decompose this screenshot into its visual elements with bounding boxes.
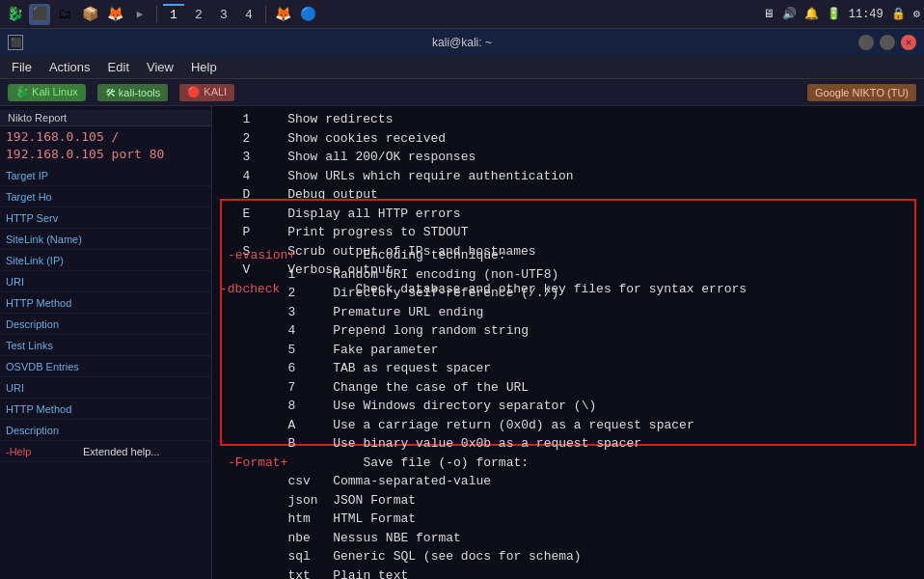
taskbar-right: 🖥 🔊 🔔 🔋 11:49 🔒 ⚙ xyxy=(763,7,920,21)
taskbar: 🐉 ⬛ 🗂 📦 🦊 ▶ 1 2 3 4 🦊 🔵 🖥 🔊 🔔 🔋 11:49 🔒 … xyxy=(0,0,924,29)
menubar: File Actions Edit View Help xyxy=(0,56,924,79)
report-pill[interactable]: Google NIKTO (TU) xyxy=(807,84,916,101)
tool-pill[interactable]: 🛠 kali-tools xyxy=(97,84,168,101)
label-osvdb: OSVDB Entries xyxy=(6,361,83,372)
panel-row-target-ho: Target Ho xyxy=(0,186,211,207)
window-icon: ⬛ xyxy=(8,35,23,50)
firefox2-taskbar-icon[interactable]: 🦊 xyxy=(272,4,293,25)
label-test-links: Test Links xyxy=(6,340,83,351)
terminal-main[interactable]: 1 Show redirects 2 Show cookies received… xyxy=(212,106,924,579)
panel-row-desc2: Description xyxy=(0,420,211,441)
terminal-wrapper: Nikto Report 192.168.0.105 /192.168.0.10… xyxy=(0,106,924,579)
label-uri1: URI xyxy=(6,276,83,288)
tab-3[interactable]: 3 xyxy=(213,4,234,25)
panel-row-desc1: Description xyxy=(0,314,211,335)
separator2 xyxy=(265,6,266,23)
lock-icon: 🔒 xyxy=(891,7,906,21)
separator1 xyxy=(156,6,157,23)
menu-file[interactable]: File xyxy=(4,58,40,76)
kali-dragon-icon[interactable]: 🐉 xyxy=(4,4,25,25)
label-target-ho: Target Ho xyxy=(6,191,83,203)
blue-circle-icon[interactable]: 🔵 xyxy=(297,4,318,25)
panel-row-http-method2: HTTP Method xyxy=(0,399,211,420)
gear-icon: ⚙ xyxy=(913,7,920,21)
panel-row-site-name: SiteLink (Name) xyxy=(0,229,211,250)
window-chrome: ⬛ kali@kali: ~ ✕ xyxy=(0,29,924,56)
archive-taskbar-icon[interactable]: 📦 xyxy=(79,4,100,25)
battery-icon: 🔋 xyxy=(827,7,841,21)
maximize-button[interactable] xyxy=(880,35,895,50)
menu-view[interactable]: View xyxy=(139,58,181,76)
panel-row-http-method1: HTTP Method xyxy=(0,292,211,314)
tab-1[interactable]: 1 xyxy=(163,4,184,25)
terminal-evasion: -evasion+ Encoding technique: 1 Random U… xyxy=(228,246,924,579)
kali-pill[interactable]: 🐉 Kali Linux xyxy=(8,84,86,101)
panel-row-site-ip: SiteLink (IP) xyxy=(0,250,211,271)
terminal-taskbar-icon[interactable]: ⬛ xyxy=(29,4,50,25)
label-site-ip: SiteLink (IP) xyxy=(6,255,83,266)
menu-edit[interactable]: Edit xyxy=(100,58,137,76)
label-target-ip: Target IP xyxy=(6,170,83,181)
terminal2-taskbar-icon[interactable]: ▶ xyxy=(129,4,150,25)
panel-row-uri1: URI xyxy=(0,271,211,292)
clock: 11:49 xyxy=(849,8,883,21)
panel-row-help: -Help Extended help... xyxy=(0,441,211,462)
label-desc2: Description xyxy=(6,425,83,436)
target-ip: 192.168.0.105 /192.168.0.105 port 80 xyxy=(0,126,211,165)
panel-row-uri2: URI xyxy=(0,377,211,399)
bell-icon: 🔔 xyxy=(804,7,819,21)
screen-icon: 🖥 xyxy=(763,7,775,21)
minimize-button[interactable] xyxy=(858,35,874,50)
tab-4[interactable]: 4 xyxy=(238,4,259,25)
panel-title: Nikto Report xyxy=(0,110,211,126)
window-title: kali@kali: ~ xyxy=(432,36,492,49)
menu-actions[interactable]: Actions xyxy=(41,58,98,76)
label-http-method1: HTTP Method xyxy=(6,297,83,309)
files-taskbar-icon[interactable]: 🗂 xyxy=(54,4,75,25)
label-desc1: Description xyxy=(6,318,83,330)
label-http-serv: HTTP Serv xyxy=(6,212,83,224)
menu-help[interactable]: Help xyxy=(183,58,225,76)
git-pill[interactable]: 🔴 KALI xyxy=(179,84,234,101)
label-http-method2: HTTP Method xyxy=(6,403,83,415)
panel-row-target-ip: Target IP xyxy=(0,165,211,186)
tab-2[interactable]: 2 xyxy=(188,4,209,25)
close-button[interactable]: ✕ xyxy=(901,35,916,50)
value-help: Extended help... xyxy=(83,446,160,457)
label-help: -Help xyxy=(6,446,83,457)
info-bar: 🐉 Kali Linux 🛠 kali-tools 🔴 KALI Google … xyxy=(0,79,924,106)
speaker-icon: 🔊 xyxy=(782,7,797,21)
window-controls: ✕ xyxy=(858,35,916,50)
left-panel: Nikto Report 192.168.0.105 /192.168.0.10… xyxy=(0,106,212,579)
firefox-taskbar-icon[interactable]: 🦊 xyxy=(104,4,125,25)
label-site-name: SiteLink (Name) xyxy=(6,234,83,245)
panel-row-osvdb: OSVDB Entries xyxy=(0,356,211,377)
label-uri2: URI xyxy=(6,382,83,394)
panel-row-http-serv: HTTP Serv xyxy=(0,207,211,229)
panel-row-test-links: Test Links xyxy=(0,335,211,356)
